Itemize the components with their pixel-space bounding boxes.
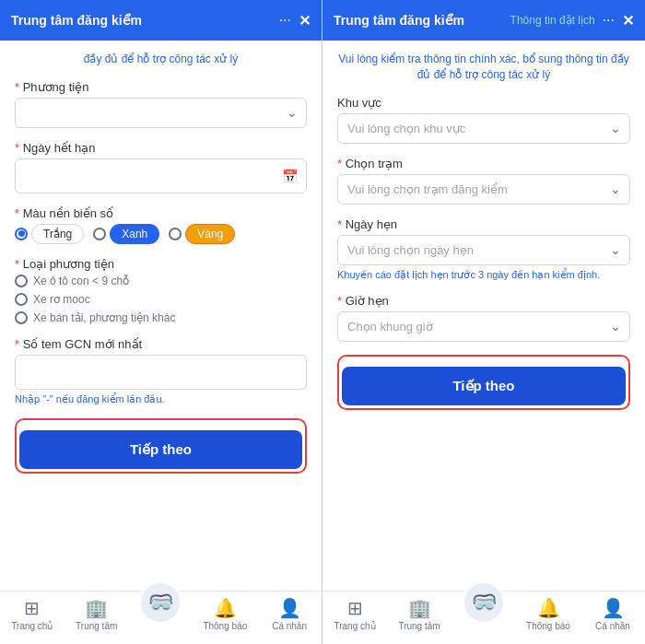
left-nav-trang-chu[interactable]: ⊞ Trang chủ [0,597,64,640]
left-header-title: Trung tâm đăng kiểm [11,13,142,28]
radio-ro-mooc [15,293,28,306]
khu-vuc-wrapper: Vui lòng chọn khu vực [337,113,630,144]
right-nav-trung-tam[interactable]: 🏢 Trung tâm [387,597,452,640]
color-trang-label: Trắng [31,224,84,244]
loai-phuong-tien-group: Loại phương tiện Xe ô tô con < 9 chỗ Xe … [15,257,307,324]
left-nav-ca-nhan[interactable]: 👤 Cá nhân [257,597,322,640]
right-header-title: Trung tâm đăng kiểm [334,13,464,28]
home-icon: ⊞ [24,597,40,619]
ngay-het-han-label: Ngày hết hạn [15,141,307,155]
dots-icon[interactable]: ··· [279,12,291,29]
color-trang[interactable]: Trắng [15,224,84,244]
phuong-tien-group: Phương tiện [15,80,307,128]
calendar-icon: 📅 [282,169,298,183]
left-nav-ca-nhan-label: Cá nhân [272,621,307,631]
right-nav-trang-chu[interactable]: ⊞ Trang chủ [322,597,387,640]
right-phone: Trung tâm đăng kiểm Thông tin đặt lịch ·… [322,0,645,644]
color-xanh-label: Xanh [110,224,159,244]
right-nav-ca-nhan[interactable]: 👤 Cá nhân [580,597,645,640]
right-dots-icon[interactable]: ··· [603,12,615,29]
right-nav-vr[interactable]: 🥽 [452,597,516,640]
chon-tram-select[interactable]: Vui lòng chọn trạm đăng kiểm [337,174,630,205]
left-btn-wrapper: Tiếp theo [15,418,307,474]
radio-xanh [93,228,106,240]
vr-icon: 🥽 [148,591,173,615]
radio-vang [169,228,182,240]
bell-icon: 🔔 [214,597,237,619]
ngay-het-han-group: Ngày hết hạn 📅 [15,141,307,193]
right-nav-center-circle: 🥽 [462,580,506,625]
ngay-hen-group: Ngày hẹn Vui lòng chọn ngày hẹn Khuyến c… [337,217,630,281]
ngay-hen-wrapper: Vui lòng chọn ngày hẹn [337,235,630,265]
so-tem-hint: Nhập "-" nếu đăng kiểm lần đầu. [15,393,307,405]
right-nav-thong-bao[interactable]: 🔔 Thông báo [516,597,580,640]
left-nav-center-circle: 🥽 [138,580,182,625]
person-icon: 👤 [278,597,301,619]
gio-hen-label: Giờ hẹn [337,294,630,308]
right-bottom-nav: ⊞ Trang chủ 🏢 Trung tâm 🥽 🔔 Thông báo 👤 … [322,591,645,644]
gio-hen-group: Giờ hẹn Chọn khung giờ [337,294,630,342]
vehicle-xe-o-to[interactable]: Xe ô tô con < 9 chỗ [15,275,307,287]
vehicle-ban-tai-label: Xe bán tải, phương tiện khác [33,311,175,324]
phuong-tien-wrapper [15,98,307,128]
right-header-subtitle: Thông tin đặt lịch [510,14,595,27]
left-nav-trung-tam-label: Trung tâm [76,621,117,631]
ngay-hen-warning: Khuyến cáo đặt lịch hẹn trước 3 ngày đến… [337,269,630,281]
right-bell-icon: 🔔 [537,597,560,619]
left-content: đầy đủ để hỗ trợ công tác xử lý Phương t… [0,41,322,591]
right-nav-trung-tam-label: Trung tâm [398,621,440,631]
left-nav-trang-chu-label: Trang chủ [11,621,53,631]
right-close-icon[interactable]: ✕ [622,12,634,29]
chon-tram-wrapper: Vui lòng chọn trạm đăng kiểm [337,174,630,205]
left-header: Trung tâm đăng kiểm ··· ✕ [0,0,322,41]
right-vr-icon: 🥽 [472,591,497,615]
so-tem-group: Số tem GCN mới nhất Nhập "-" nếu đăng ki… [15,337,307,405]
vehicle-ban-tai[interactable]: Xe bán tải, phương tiện khác [15,311,307,324]
gio-hen-select[interactable]: Chọn khung giờ [337,311,630,342]
left-next-button[interactable]: Tiếp theo [19,430,302,469]
phuong-tien-select[interactable] [15,98,307,128]
gio-hen-wrapper: Chọn khung giờ [337,311,630,342]
mau-bien-so-label: Màu nền biến số [15,206,307,220]
right-content: Vui lòng kiểm tra thông tin chính xác, b… [322,41,645,591]
right-next-button[interactable]: Tiếp theo [342,367,626,405]
right-info-text: Vui lòng kiểm tra thông tin chính xác, b… [337,52,630,83]
loai-phuong-tien-label: Loại phương tiện [15,257,307,271]
left-header-actions: ··· ✕ [279,12,311,29]
left-nav-vr[interactable]: 🥽 [129,597,194,640]
right-header: Trung tâm đăng kiểm Thông tin đặt lịch ·… [322,0,645,41]
left-bottom-nav: ⊞ Trang chủ 🏢 Trung tâm 🥽 🔔 Thông báo 👤 … [0,591,322,644]
ngay-het-han-wrapper: 📅 [15,158,307,193]
right-btn-wrapper: Tiếp theo [337,355,630,410]
ngay-hen-select[interactable]: Vui lòng chọn ngày hẹn [337,235,630,265]
left-phone: Trung tâm đăng kiểm ··· ✕ đầy đủ để hỗ t… [0,0,322,644]
vehicle-ro-mooc[interactable]: Xe rơ mooc [15,293,307,306]
khu-vuc-select[interactable]: Vui lòng chọn khu vực [337,113,630,144]
right-building-icon: 🏢 [408,597,431,619]
so-tem-input[interactable] [15,355,307,390]
right-home-icon: ⊞ [347,597,363,619]
building-icon: 🏢 [85,597,108,619]
close-icon[interactable]: ✕ [299,12,311,29]
right-person-icon: 👤 [602,597,625,619]
color-vang-label: Vàng [185,224,235,244]
radio-ban-tai [15,311,28,324]
right-header-actions: Thông tin đặt lịch ··· ✕ [510,12,634,29]
left-nav-trung-tam[interactable]: 🏢 Trung tâm [64,597,129,640]
khu-vuc-label: Khu vực [337,96,630,110]
left-info-text: đầy đủ để hỗ trợ công tác xử lý [15,52,307,67]
radio-xe-o-to [15,275,28,287]
chon-tram-label: Chọn trạm [337,157,630,170]
chon-tram-group: Chọn trạm Vui lòng chọn trạm đăng kiểm [337,157,630,205]
vehicle-xe-o-to-label: Xe ô tô con < 9 chỗ [33,275,129,287]
vehicle-ro-mooc-label: Xe rơ mooc [33,293,90,306]
left-nav-thong-bao-label: Thông báo [203,621,247,631]
color-vang[interactable]: Vàng [169,224,235,244]
right-nav-thong-bao-label: Thông báo [526,621,570,631]
right-nav-trang-chu-label: Trang chủ [334,621,375,631]
so-tem-label: Số tem GCN mới nhất [15,337,307,351]
color-xanh[interactable]: Xanh [93,224,159,244]
right-nav-ca-nhan-label: Cá nhân [595,621,630,631]
left-nav-thong-bao[interactable]: 🔔 Thông báo [193,597,257,640]
ngay-het-han-input[interactable] [15,158,307,193]
